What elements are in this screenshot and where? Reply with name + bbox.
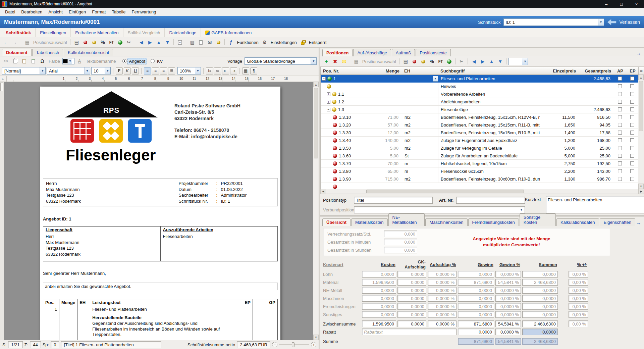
chevron-down-icon[interactable]: ▼ [520,208,523,211]
ep-checkbox[interactable] [630,161,634,165]
globe-icon[interactable] [445,58,453,65]
tab-positionen[interactable]: Positionen [322,49,353,56]
ep-checkbox[interactable] [630,131,634,135]
vorlage-select[interactable]: Globale Standardvorlage ▼ [245,57,317,65]
chevron-down-icon[interactable]: ▼ [522,58,528,65]
chevron-down-icon[interactable]: ▼ [105,67,110,74]
position-row-hinweis[interactable]: Hinweis [321,83,638,90]
ep-checkbox[interactable] [630,177,634,181]
verlassen-button[interactable]: Verlassen [620,19,640,25]
ap-checkbox[interactable] [618,169,622,173]
gewinn-field[interactable]: 0,0000 [458,287,494,294]
pct-change-field[interactable]: 0,00 % [569,295,588,302]
scroll-left-icon[interactable]: ◀ [321,189,326,194]
gewinn-field[interactable]: 0,0000 [458,311,494,318]
entsperrt-button[interactable]: Entsperrt [308,40,328,45]
tab-gaeb-informationen[interactable]: GAEB-Informationen [201,28,256,37]
color-picker[interactable]: ▼ [62,58,74,64]
ap-checkbox[interactable] [618,100,622,104]
align-center-button[interactable]: ≡ [152,67,159,74]
document-vertical-scrollbar[interactable]: ▲ ▼ [313,82,319,340]
ap-checkbox[interactable] [618,138,622,142]
nav-up-icon[interactable]: ▲ [487,58,495,65]
yellow-dot-icon[interactable] [419,58,427,65]
position-row-title[interactable]: 1 ▼ Fliesen- und Plattenarbeiten 2.468,6… [321,75,638,83]
tab-sonstige-kosten[interactable]: Sonstige Kosten [520,213,556,226]
chevron-down-icon[interactable]: ▼ [40,67,45,74]
align-right-button[interactable]: ≡ [160,67,167,74]
scroll-up-icon[interactable]: ▲ [638,75,644,80]
forward-icon[interactable]: → [11,39,19,46]
kosten-field[interactable]: 0,0000 [362,287,396,294]
menu-item[interactable]: Tabelle [109,8,128,15]
align-left-button[interactable]: ≡ [144,67,151,74]
position-row-group[interactable]: 1.2 Abdichtungsarbeiten [321,98,638,106]
chevron-down-icon[interactable]: ▼ [195,67,201,74]
ap-checkbox[interactable] [618,77,622,81]
summen-field[interactable]: 0,0000 [522,329,558,335]
ep-checkbox[interactable] [630,146,634,150]
tab-schriftstueck[interactable]: Schriftstück [1,28,36,37]
font-color-icon[interactable]: A [75,57,84,65]
scroll-up-icon[interactable]: ▲ [313,82,319,87]
nav-right-icon[interactable]: ▶ [479,58,487,65]
percent-icon[interactable]: % [99,39,107,46]
chevron-down-icon[interactable]: ▼ [311,58,316,64]
pct-change-field[interactable]: 0,00 % [569,271,588,278]
print-icon[interactable]: ▤ [401,58,410,65]
angebot-radio[interactable] [122,59,126,63]
nav-up-icon[interactable]: ▲ [155,39,163,46]
bold-button[interactable]: F [116,67,123,74]
gewinn-pct-field[interactable]: 0,0000 % [495,311,521,318]
rabatttext-field[interactable]: Rabattext [362,329,457,335]
nav-down-icon[interactable]: ▼ [496,58,504,65]
kurztext-field[interactable]: Fliesen- und Plattenarbeiten [546,196,644,213]
ep-checkbox[interactable] [630,138,634,142]
nav-left-icon[interactable]: ◀ [470,58,478,65]
ep-checkbox[interactable] [630,107,634,111]
gk-aufschlag-field[interactable]: 0,0000 [397,311,426,318]
ap-checkbox[interactable] [618,154,622,158]
report-icon[interactable]: ▥ [188,39,196,46]
summen-field[interactable]: 0,0000 [522,287,558,294]
position-row-item[interactable]: 1.3.40 140,00 m2 Zulage für Fugenmörtel … [321,137,638,144]
scrollbar-thumb[interactable] [314,88,318,158]
nav-right-icon[interactable]: ▶ [146,39,154,46]
left-scrollbar[interactable] [0,82,4,340]
positions-vertical-scrollbar[interactable]: ▲ ▼ [638,75,644,189]
summen-field[interactable]: 0,0000 [522,295,558,302]
summen-field[interactable]: 2.468,6300 [522,279,558,286]
menu-item[interactable]: Datei [2,8,18,15]
close-button[interactable]: × [629,0,644,8]
insert-document-icon[interactable] [29,57,37,65]
position-row-item[interactable]: 1.3.90 715,00 m2 Bodenfliesen, Feinstein… [321,175,638,183]
menu-item[interactable]: Fernwartung [129,8,159,15]
ap-checkbox[interactable] [618,177,622,181]
gewinn-pct-field[interactable]: 0,0000 % [495,329,521,335]
chevron-down-icon[interactable]: ▼ [598,19,604,26]
chevron-down-icon[interactable]: ▼ [84,67,90,74]
red-dot-icon[interactable] [410,58,418,65]
scrollbar-thumb[interactable] [366,190,524,193]
red-dot-icon[interactable] [81,39,89,46]
pct-change-field[interactable]: 0,00 % [569,303,588,310]
tab-uebersicht[interactable]: Übersicht [322,218,351,226]
pct-change-field[interactable]: 0,00 % [569,320,588,327]
nav-left-icon[interactable]: ◀ [137,39,145,46]
tab-kalkulationsdaten[interactable]: Kalkulationsdaten [556,218,599,226]
funktionen-button[interactable]: Funktionen [235,40,260,45]
italic-button[interactable]: K [124,67,131,74]
tab-tabellarisch[interactable]: Tabellarisch [32,49,63,56]
ap-checkbox[interactable] [618,115,622,119]
kosten-field[interactable]: 1.596,9500 [362,320,396,327]
ap-checkbox[interactable] [618,92,622,96]
ap-checkbox[interactable] [618,131,622,135]
gewinn-field[interactable]: 0,0000 [458,295,494,302]
underline-button[interactable]: U [132,67,139,74]
positionstyp-field[interactable]: Titel [354,197,433,204]
gk-aufschlag-field[interactable]: 0,0000 [397,271,426,278]
tab-aufmass[interactable]: Aufmaß [392,49,415,56]
ep-checkbox[interactable] [630,123,634,127]
ep-checkbox[interactable] [630,169,634,173]
tab-kalkulationsuebersicht[interactable]: Kalkulationsübersicht [64,49,113,56]
